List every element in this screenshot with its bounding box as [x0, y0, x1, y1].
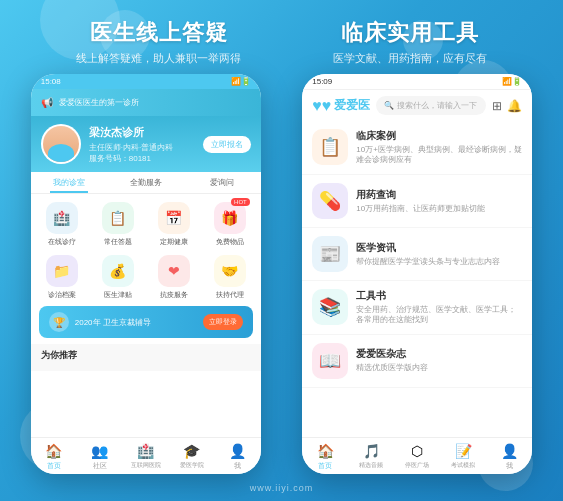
phone1-tabs: 我的诊室 全勤服务 爱询问: [31, 172, 261, 194]
phone1-profile: 梁汝杰诊所 主任医师·内科·普通内科 服务号码：80181 立即报名: [31, 116, 261, 172]
regular-qa-icon: 📋: [102, 202, 134, 234]
header-icons: ⊞ 🔔: [492, 99, 522, 113]
icon-online-clinic[interactable]: 🏥 在线诊疗: [36, 202, 88, 247]
news-title: 医学资讯: [356, 241, 500, 255]
phone2-nav-home[interactable]: 🏠 首页: [302, 443, 348, 471]
tools-icon: 📚: [312, 289, 348, 325]
drug-desc: 10万用药指南、让医药师更加贴切能: [356, 204, 485, 214]
nav-profile[interactable]: 👤 我: [215, 443, 261, 471]
phone1-banner: 📢 爱爱医医生的第一诊所: [31, 89, 261, 116]
phone2-nav-profile[interactable]: 👤 我: [486, 443, 532, 471]
icon-regular-qa[interactable]: 📋 常任答题: [92, 202, 144, 247]
tools-text: 工具书 安全用药、治疗规范、医学文献、医学工具；各常用的在这能找到: [356, 289, 522, 326]
menu-item-magazine[interactable]: 📖 爱爱医杂志 精选优质医学版内容: [302, 335, 532, 388]
icon-medical-service[interactable]: ❤ 抗疫服务: [148, 255, 200, 300]
expand-icon[interactable]: ⊞: [492, 99, 502, 113]
icons-row2: 📁 诊治档案 💰 医生津贴 ❤ 抗疫服务 🤝 扶持代理: [31, 255, 261, 306]
medical-service-icon: ❤: [158, 255, 190, 287]
regular-qa-label: 常任答题: [104, 237, 132, 247]
free-items-icon: 🎁 HOT: [214, 202, 246, 234]
phone2-nav-square[interactable]: ⬡ 停医广场: [394, 443, 440, 471]
bell-icon[interactable]: 🔔: [507, 99, 522, 113]
avatar: [41, 124, 81, 164]
phone1-recommend: 为你推荐: [31, 344, 261, 371]
menu-item-cases[interactable]: 📋 临床案例 10万+医学病例、典型病例、最经诊断病例，疑难会诊病例应有: [302, 121, 532, 175]
icon-records[interactable]: 📁 诊治档案: [36, 255, 88, 300]
phone1-bottom-nav: 🏠 首页 👥 社区 🏥 互联网医院 🎓 爱医学院 👤 我: [31, 437, 261, 474]
phone-right: 15:09 📶🔋 ♥♥ 爱爱医 🔍 搜索什么，请输入一下 ⊞ 🔔 📋: [302, 74, 532, 474]
phone2-signal-icons: 📶🔋: [502, 77, 522, 86]
promo-text: 2020年 卫生京裁辅导: [75, 317, 197, 328]
magazine-desc: 精选优质医学版内容: [356, 363, 428, 373]
icon-allowance[interactable]: 💰 医生津贴: [92, 255, 144, 300]
phone2-nav-audio[interactable]: 🎵 精选音频: [348, 443, 394, 471]
allowance-label: 医生津贴: [104, 290, 132, 300]
allowance-icon: 💰: [102, 255, 134, 287]
nav-community[interactable]: 👥 社区: [77, 443, 123, 471]
icon-health-check[interactable]: 📅 定期健康: [148, 202, 200, 247]
logo-hearts-icon: ♥♥: [312, 97, 331, 115]
medical-service-label: 抗疫服务: [160, 290, 188, 300]
phone2-audio-icon: 🎵: [363, 443, 380, 459]
phone1-promo: 🏆 2020年 卫生京裁辅导 立即登录: [39, 306, 253, 338]
agent-label: 扶持代理: [216, 290, 244, 300]
academy-icon: 🎓: [183, 443, 200, 459]
cases-title: 临床案例: [356, 129, 522, 143]
tab-my-clinic[interactable]: 我的诊室: [31, 172, 108, 193]
phone2-audio-label: 精选音频: [359, 461, 383, 470]
news-text: 医学资讯 帮你提醒医学学堂读头条与专业志志内容: [356, 241, 500, 267]
promo-icon: 🏆: [49, 312, 69, 332]
search-placeholder: 搜索什么，请输入一下: [397, 100, 477, 111]
cases-desc: 10万+医学病例、典型病例、最经诊断病例，疑难会诊病例应有: [356, 145, 522, 166]
tab-ask[interactable]: 爱询问: [184, 172, 261, 193]
phone1-banner-text: 爱爱医医生的第一诊所: [59, 97, 251, 108]
nav-hospital-label: 互联网医院: [131, 461, 161, 470]
nav-academy-label: 爱医学院: [180, 461, 204, 470]
icon-free-items[interactable]: 🎁 HOT 免费物品: [204, 202, 256, 247]
nav-community-label: 社区: [93, 461, 107, 471]
phone2-nav-exam[interactable]: 📝 考试模拟: [440, 443, 486, 471]
phone2-bottom-nav: 🏠 首页 🎵 精选音频 ⬡ 停医广场 📝 考试模拟 👤 我: [302, 437, 532, 474]
phone2-exam-label: 考试模拟: [451, 461, 475, 470]
cases-text: 临床案例 10万+医学病例、典型病例、最经诊断病例，疑难会诊病例应有: [356, 129, 522, 166]
nav-home-label: 首页: [47, 461, 61, 471]
health-check-label: 定期健康: [160, 237, 188, 247]
news-desc: 帮你提醒医学学堂读头条与专业志志内容: [356, 257, 500, 267]
menu-item-news[interactable]: 📰 医学资讯 帮你提醒医学学堂读头条与专业志志内容: [302, 228, 532, 281]
nav-internet-hospital[interactable]: 🏥 互联网医院: [123, 443, 169, 471]
cases-icon: 📋: [312, 129, 348, 165]
nav-home[interactable]: 🏠 首页: [31, 443, 77, 471]
menu-item-tools[interactable]: 📚 工具书 安全用药、治疗规范、医学文献、医学工具；各常用的在这能找到: [302, 281, 532, 335]
phone2-menu-list: 📋 临床案例 10万+医学病例、典型病例、最经诊断病例，疑难会诊病例应有 💊 用…: [302, 121, 532, 388]
menu-item-drug[interactable]: 💊 用药查询 10万用药指南、让医药师更加贴切能: [302, 175, 532, 228]
logo-text: 爱爱医: [334, 97, 370, 114]
free-items-label: 免费物品: [216, 237, 244, 247]
online-clinic-icon: 🏥: [46, 202, 78, 234]
home-icon: 🏠: [45, 443, 62, 459]
follow-button[interactable]: 立即报名: [203, 136, 251, 153]
phone2-exam-icon: 📝: [455, 443, 472, 459]
phone2-header: ♥♥ 爱爱医 🔍 搜索什么，请输入一下 ⊞ 🔔: [302, 90, 532, 121]
phone2-status-bar: 15:09 📶🔋: [302, 74, 532, 90]
profile-info: 梁汝杰诊所 主任医师·内科·普通内科 服务号码：80181: [89, 125, 195, 164]
icon-agent[interactable]: 🤝 扶持代理: [204, 255, 256, 300]
nav-academy[interactable]: 🎓 爱医学院: [169, 443, 215, 471]
drug-text: 用药查询 10万用药指南、让医药师更加贴切能: [356, 188, 485, 214]
phone2-square-icon: ⬡: [411, 443, 423, 459]
magazine-text: 爱爱医杂志 精选优质医学版内容: [356, 347, 428, 373]
search-icon: 🔍: [384, 101, 394, 110]
phone2-home-icon: 🏠: [317, 443, 334, 459]
profile-dept: 主任医师·内科·普通内科: [89, 142, 195, 153]
promo-button[interactable]: 立即登录: [203, 314, 243, 330]
tab-full-service[interactable]: 全勤服务: [107, 172, 184, 193]
profile-icon: 👤: [229, 443, 246, 459]
search-box[interactable]: 🔍 搜索什么，请输入一下: [376, 96, 486, 115]
news-icon: 📰: [312, 236, 348, 272]
speaker-icon: 📢: [41, 97, 53, 108]
phone2-profile-icon: 👤: [501, 443, 518, 459]
phone2-profile-label: 我: [506, 461, 513, 471]
tools-title: 工具书: [356, 289, 522, 303]
agent-icon: 🤝: [214, 255, 246, 287]
phone1-icons: 📶🔋: [231, 77, 251, 86]
tools-desc: 安全用药、治疗规范、医学文献、医学工具；各常用的在这能找到: [356, 305, 522, 326]
